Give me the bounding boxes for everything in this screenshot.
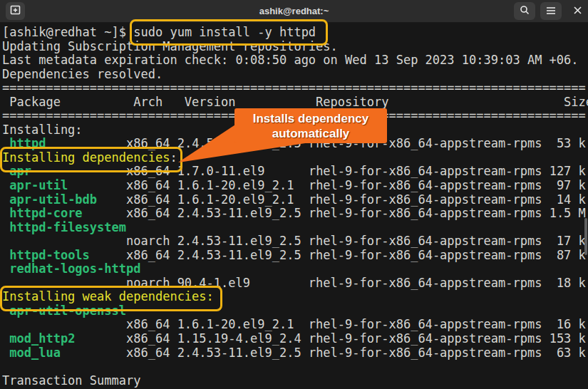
close-button[interactable] [568, 2, 587, 20]
terminal-line: Installing weak dependencies: [2, 289, 588, 304]
terminal-line: Transaction Summary [2, 373, 588, 388]
terminal-line: mod_lua x86_64 2.4.53-11.el9_2.5 rhel-9-… [2, 346, 588, 360]
terminal-line: apr-util-openssl [2, 304, 588, 318]
search-icon [520, 4, 530, 18]
terminal-line: httpd-core x86_64 2.4.53-11.el9_2.5 rhel… [2, 206, 588, 220]
callout-text-line1: Installs dependency [253, 111, 369, 126]
terminal-line: Dependencies resolved. [2, 67, 588, 81]
terminal-line: noarch 2.4.53-11.el9_2.5 rhel-9-for-x86_… [2, 234, 588, 248]
hamburger-menu-icon [546, 4, 556, 18]
terminal-line: noarch 90.4-1.el9 rhel-9-for-x86_64-apps… [2, 276, 588, 290]
window-title: ashik@redhat:~ [0, 0, 588, 22]
terminal-line: Last metadata expiration check: 0:08:50 … [2, 53, 588, 67]
terminal-line: Package Arch Version Repository Size [2, 95, 588, 109]
terminal-line: apr-util x86_64 1.6.1-20.el9_2.1 rhel-9-… [2, 178, 588, 192]
menu-button[interactable] [540, 2, 562, 20]
terminal-line: Installing dependencies: [2, 150, 588, 165]
close-icon [573, 4, 582, 18]
callout: Installs dependency automatically [234, 108, 387, 143]
terminal-line: redhat-logos-httpd [2, 261, 588, 276]
callout-text-line2: automatically [272, 126, 350, 141]
scrollbar-thumb[interactable] [584, 218, 587, 255]
terminal-line: apr x86_64 1.7.0-11.el9 rhel-9-for-x86_6… [2, 164, 588, 178]
terminal-line: httpd-filesystem [2, 220, 588, 234]
terminal-line: apr-util-bdb x86_64 1.6.1-20.el9_2.1 rhe… [2, 192, 588, 207]
terminal-line: ========================================… [2, 81, 588, 95]
terminal-line: mod_http2 x86_64 1.15.19-4.el9_2.4 rhel-… [2, 331, 588, 346]
terminal-window: ashik@redhat:~ [0, 0, 588, 389]
search-button[interactable] [514, 2, 535, 20]
terminal-line [2, 359, 588, 373]
terminal-line: httpd-tools x86_64 2.4.53-11.el9_2.5 rhe… [2, 248, 588, 262]
titlebar: ashik@redhat:~ [0, 0, 588, 23]
terminal-line: Updating Subscription Management reposit… [2, 39, 588, 53]
terminal-line: x86_64 1.6.1-20.el9_2.1 rhel-9-for-x86_6… [2, 317, 588, 331]
terminal-output: [ashik@redhat ~]$ sudo yum install -y ht… [2, 25, 588, 387]
terminal-line: [ashik@redhat ~]$ sudo yum install -y ht… [2, 25, 588, 39]
